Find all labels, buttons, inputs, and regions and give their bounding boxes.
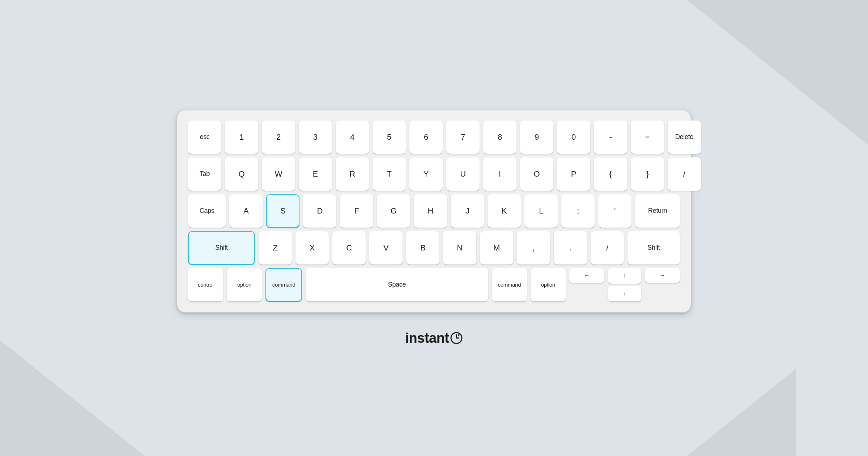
key-k[interactable]: K — [488, 194, 521, 228]
key-3[interactable]: 3 — [299, 121, 332, 154]
key-rbracket[interactable]: } — [631, 157, 664, 191]
key-y[interactable]: Y — [409, 157, 443, 191]
key-option-left[interactable]: option — [227, 268, 262, 301]
logo: instant — [405, 330, 463, 346]
key-1[interactable]: 1 — [225, 121, 258, 154]
key-5[interactable]: 5 — [373, 121, 406, 154]
key-space[interactable]: Space — [306, 268, 488, 301]
key-j[interactable]: J — [451, 194, 484, 228]
key-esc[interactable]: esc — [188, 121, 221, 154]
key-w[interactable]: W — [262, 157, 295, 191]
bg-decoration-tr — [687, 0, 868, 145]
key-v[interactable]: V — [369, 231, 403, 265]
key-lbracket[interactable]: { — [594, 157, 627, 191]
key-option-right[interactable]: option — [531, 268, 566, 301]
key-a[interactable]: A — [229, 194, 263, 228]
key-period[interactable]: . — [554, 231, 587, 265]
key-minus[interactable]: - — [594, 121, 627, 154]
key-6[interactable]: 6 — [409, 121, 443, 154]
key-caps[interactable]: Caps — [188, 194, 226, 228]
key-arrow-left[interactable]: ← — [569, 268, 604, 283]
key-h[interactable]: H — [414, 194, 447, 228]
key-x[interactable]: X — [295, 231, 329, 265]
key-comma[interactable]: , — [517, 231, 550, 265]
key-b[interactable]: B — [406, 231, 439, 265]
key-n[interactable]: N — [443, 231, 476, 265]
key-4[interactable]: 4 — [336, 121, 369, 154]
key-row-4: Shift Z X C V B N M , . / Shift — [188, 231, 680, 265]
key-c[interactable]: C — [332, 231, 366, 265]
key-quote[interactable]: ' — [598, 194, 631, 228]
key-9[interactable]: 9 — [520, 121, 553, 154]
key-arrow-down[interactable]: ↓ — [608, 286, 641, 301]
key-2[interactable]: 2 — [262, 121, 295, 154]
key-equals[interactable]: = — [631, 121, 664, 154]
key-7[interactable]: 7 — [446, 121, 480, 154]
key-o[interactable]: O — [520, 157, 553, 191]
key-g[interactable]: G — [377, 194, 410, 228]
key-i[interactable]: I — [483, 157, 516, 191]
key-r[interactable]: R — [336, 157, 369, 191]
key-u[interactable]: U — [446, 157, 480, 191]
key-l[interactable]: L — [524, 194, 558, 228]
key-8[interactable]: 8 — [483, 121, 516, 154]
key-d[interactable]: D — [303, 194, 336, 228]
key-e[interactable]: E — [299, 157, 332, 191]
key-delete[interactable]: Delete — [668, 121, 701, 154]
bg-decoration-br — [687, 369, 796, 456]
key-command-left[interactable]: command — [265, 268, 302, 301]
key-tab[interactable]: Tab — [188, 157, 221, 191]
key-shift-left[interactable]: Shift — [188, 231, 255, 265]
key-s[interactable]: S — [266, 194, 299, 228]
key-z[interactable]: Z — [259, 231, 292, 265]
key-shift-right[interactable]: Shift — [627, 231, 680, 265]
key-semicolon[interactable]: ; — [561, 194, 595, 228]
key-row-5: control option command Space command opt… — [188, 268, 680, 301]
key-t[interactable]: T — [373, 157, 406, 191]
key-q[interactable]: Q — [225, 157, 258, 191]
bg-decoration-bl — [0, 340, 145, 456]
key-arrow-up[interactable]: ↑ — [608, 268, 641, 284]
key-row-1: esc 1 2 3 4 5 6 7 8 9 0 - = Delete — [188, 121, 680, 154]
key-return[interactable]: Return — [635, 194, 680, 228]
key-0[interactable]: 0 — [557, 121, 590, 154]
key-control[interactable]: control — [188, 268, 223, 301]
logo-icon — [450, 332, 463, 345]
key-backslash[interactable]: / — [668, 157, 701, 191]
keyboard: esc 1 2 3 4 5 6 7 8 9 0 - = Delete Tab Q… — [177, 110, 691, 312]
key-m[interactable]: M — [480, 231, 513, 265]
key-command-right[interactable]: command — [492, 268, 527, 301]
key-slash[interactable]: / — [591, 231, 624, 265]
key-p[interactable]: P — [557, 157, 590, 191]
logo-text: instant — [405, 330, 449, 346]
key-row-3: Caps A S D F G H J K L ; ' Return — [188, 194, 680, 228]
key-row-2: Tab Q W E R T Y U I O P { } / — [188, 157, 680, 191]
key-arrow-right[interactable]: → — [645, 268, 680, 283]
content-wrapper: esc 1 2 3 4 5 6 7 8 9 0 - = Delete Tab Q… — [177, 110, 691, 346]
key-f[interactable]: F — [340, 194, 373, 228]
